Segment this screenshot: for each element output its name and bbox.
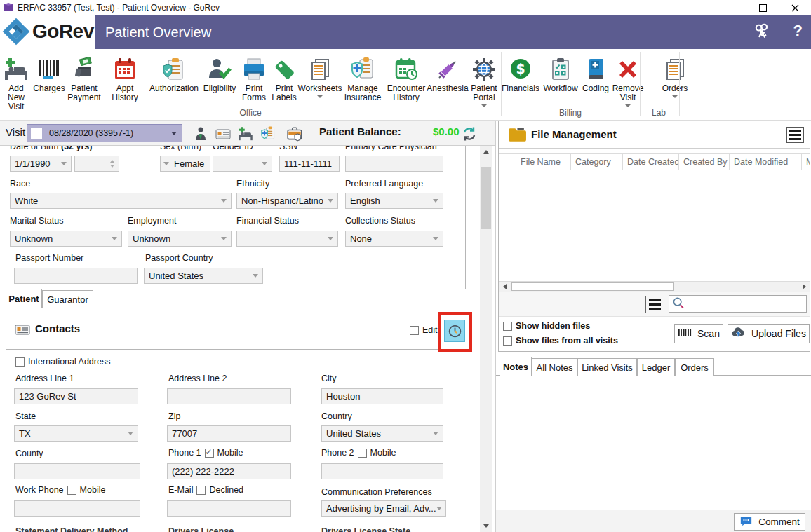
chevron-down-icon <box>112 237 117 240</box>
patient-icon[interactable] <box>191 124 210 143</box>
show-all-visits-row[interactable]: Show files from all visits <box>503 336 618 346</box>
tab-linked-visits[interactable]: Linked Visits <box>577 358 637 376</box>
phone2-mobile-checkbox[interactable] <box>358 449 367 458</box>
pcp-field[interactable] <box>345 156 443 172</box>
ribbon-eligibility-button[interactable]: Eligibility <box>201 52 239 111</box>
passport-number-field[interactable] <box>14 268 138 284</box>
ribbon-add-new-visit-button[interactable]: Add New Visit <box>0 52 32 111</box>
phone2-field[interactable] <box>321 463 443 479</box>
file-menu-button[interactable] <box>786 127 804 143</box>
search-options-button[interactable] <box>645 296 664 313</box>
help-icon[interactable]: ? <box>793 22 803 40</box>
bed-plus-icon[interactable] <box>236 124 255 143</box>
edit-checkbox-row[interactable]: Edit <box>410 325 438 335</box>
zip-field[interactable]: 77007 <box>167 425 291 442</box>
gender-id-select[interactable] <box>213 156 272 172</box>
file-col-name[interactable]: File Name <box>516 154 570 170</box>
ribbon-print-labels-button[interactable]: Print Labels <box>269 52 299 111</box>
city-field[interactable]: Houston <box>321 388 443 404</box>
show-all-visits-checkbox[interactable] <box>503 336 512 346</box>
financial-status-select[interactable] <box>236 231 338 247</box>
race-select[interactable]: White <box>10 193 232 209</box>
show-hidden-checkbox[interactable] <box>503 322 512 331</box>
state-select[interactable]: TX <box>14 425 138 442</box>
employment-select[interactable]: Unknown <box>128 231 232 247</box>
ribbon-encounter-history-button[interactable]: Encounter History <box>384 52 428 111</box>
file-grid-body[interactable] <box>499 170 810 281</box>
file-col-created-by[interactable]: Created By <box>678 154 729 170</box>
ribbon-charges-button[interactable]: Charges <box>32 52 66 111</box>
language-select[interactable]: English <box>345 193 443 209</box>
insurance-clipboard-icon[interactable] <box>258 124 278 143</box>
ssn-field[interactable]: 111-11-1111 <box>279 156 340 172</box>
ribbon-patient-payment-button[interactable]: Patient Payment <box>66 52 102 111</box>
phone1-field[interactable]: (222) 222-2222 <box>167 463 291 479</box>
file-col-modified-by[interactable]: Modified By <box>801 154 810 170</box>
age-spinner[interactable] <box>74 156 119 172</box>
ribbon-appt-history-button[interactable]: Appt History <box>102 52 147 111</box>
minimize-button[interactable] <box>714 0 746 15</box>
scroll-left-button[interactable] <box>499 282 510 292</box>
phone1-label: Phone 1 <box>168 448 201 458</box>
dob-select[interactable]: 1/1/1990 <box>10 156 72 172</box>
ribbon-coding-button[interactable]: Coding <box>581 52 610 111</box>
ribbon-orders-button[interactable]: Orders <box>657 52 693 111</box>
file-col-date-modified[interactable]: Date Modified <box>729 154 801 170</box>
ribbon-patient-portal-button[interactable]: Patient Portal <box>467 52 501 111</box>
address1-field[interactable]: 123 GoRev St <box>14 388 138 404</box>
tab-guarantor[interactable]: Guarantor <box>42 290 93 308</box>
file-col-date-created[interactable]: Date Created <box>622 154 678 170</box>
ribbon-manage-insurance-button[interactable]: Manage Insurance <box>341 52 384 111</box>
country-select[interactable]: United States <box>321 425 443 442</box>
email-field[interactable] <box>167 500 291 517</box>
show-hidden-row[interactable]: Show hidden files <box>503 321 590 331</box>
scan-button[interactable]: Scan <box>674 324 723 343</box>
scroll-right-button[interactable] <box>798 282 810 292</box>
international-address-checkbox[interactable] <box>15 357 25 367</box>
sex-select[interactable]: Female <box>160 156 210 172</box>
keys-icon[interactable] <box>751 21 772 44</box>
visit-select[interactable]: 08/28/2020 (33957-1) <box>27 124 182 142</box>
scrollbar-thumb[interactable] <box>481 167 491 229</box>
ethnicity-select[interactable]: Non-Hispanic/Latino <box>236 193 338 209</box>
international-address-row[interactable]: International Address <box>15 357 110 367</box>
tab-notes[interactable]: Notes <box>500 357 532 376</box>
briefcase-shield-icon[interactable] <box>285 124 304 143</box>
maximize-button[interactable] <box>746 0 779 15</box>
phone1-mobile-checkbox[interactable] <box>205 449 214 458</box>
ribbon-anesthesia-button[interactable]: Anesthesia <box>428 52 467 111</box>
upload-files-button[interactable]: Upload Files <box>728 324 810 343</box>
marital-status-select[interactable]: Unknown <box>10 231 122 247</box>
collections-status-select[interactable]: None <box>345 231 443 247</box>
file-search-input[interactable] <box>669 295 807 313</box>
tab-patient[interactable]: Patient <box>6 289 42 308</box>
ribbon-worksheets-button[interactable]: Worksheets <box>299 52 341 111</box>
ribbon-print-forms-button[interactable]: Print Forms <box>239 52 269 111</box>
ribbon-workflow-button[interactable]: Workflow <box>540 52 581 111</box>
id-card-icon[interactable] <box>213 124 233 143</box>
notes-body[interactable] <box>496 376 811 510</box>
email-declined-checkbox[interactable] <box>196 486 206 495</box>
comment-button[interactable]: Comment <box>734 513 805 531</box>
scrollbar-thumb[interactable] <box>511 282 674 291</box>
file-grid-hscrollbar[interactable] <box>499 281 810 292</box>
ribbon-financials-button[interactable]: $ Financials <box>501 52 540 111</box>
refresh-icon[interactable] <box>460 124 479 143</box>
tab-all-notes[interactable]: All Notes <box>532 358 577 376</box>
work-phone-field[interactable] <box>14 500 140 517</box>
address2-field[interactable] <box>167 388 291 404</box>
comm-pref-select[interactable]: Advertising by Email, Adv... <box>321 500 446 517</box>
work-phone-mobile-checkbox[interactable] <box>67 486 76 495</box>
scroll-down-button[interactable] <box>480 520 492 532</box>
left-vertical-scrollbar[interactable] <box>480 146 492 532</box>
edit-checkbox[interactable] <box>410 326 419 335</box>
county-field[interactable] <box>14 463 140 479</box>
tab-ledger[interactable]: Ledger <box>637 358 675 376</box>
passport-country-select[interactable]: United States <box>144 268 263 284</box>
tab-orders[interactable]: Orders <box>675 358 714 376</box>
file-col-blank[interactable] <box>499 154 516 170</box>
close-button[interactable] <box>779 0 811 15</box>
ribbon-authorization-button[interactable]: Authorization <box>147 52 201 111</box>
file-col-category[interactable]: Category <box>570 154 622 170</box>
scroll-up-button[interactable] <box>480 146 492 158</box>
